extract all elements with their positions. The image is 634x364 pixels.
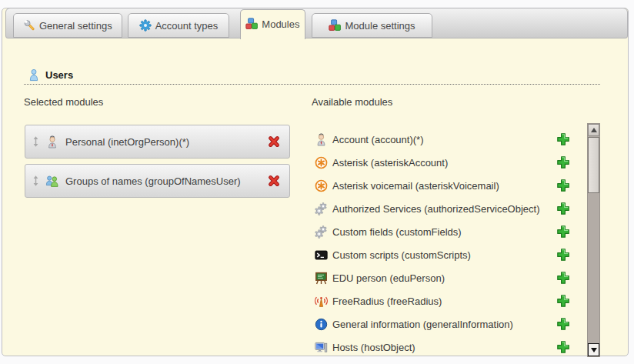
group-icon xyxy=(45,175,59,188)
module-label: FreeRadius (freeRadius) xyxy=(332,296,442,307)
user-icon xyxy=(28,68,40,81)
module-label: Authorized Services (authorizedServiceOb… xyxy=(332,203,540,215)
available-modules-list: Account (account)(*) Asterisk (asteriskA… xyxy=(312,128,570,359)
available-module-row: Asterisk voicemail (asteriskVoicemail) xyxy=(312,174,570,197)
add-module-button[interactable] xyxy=(556,132,570,146)
add-module-button[interactable] xyxy=(556,179,570,192)
module-label: Account (account)(*) xyxy=(332,134,424,145)
available-module-row: EDU person (eduPerson) xyxy=(312,266,570,289)
gears-gray-icon xyxy=(315,202,328,215)
available-module-row: Account (account)(*) xyxy=(312,128,570,151)
tab-general-settings[interactable]: General settings xyxy=(13,13,122,38)
wrench-icon xyxy=(23,19,35,32)
info-icon xyxy=(315,318,328,331)
scroll-thumb[interactable] xyxy=(588,137,599,193)
available-module-row: Asterisk (asteriskAccount) xyxy=(312,151,570,174)
profile-editor-panel: General settings Account types Modules M… xyxy=(2,8,629,356)
tab-account-types[interactable]: Account types xyxy=(128,13,230,38)
add-module-button[interactable] xyxy=(556,294,570,308)
cubes-icon xyxy=(329,19,341,32)
selected-module-row[interactable]: Groups of names (groupOfNamesUser) xyxy=(25,164,290,198)
add-module-button[interactable] xyxy=(556,340,570,354)
module-label: General information (generalInformation) xyxy=(332,319,513,330)
gear-blue-icon xyxy=(139,19,152,32)
remove-module-button[interactable] xyxy=(268,175,280,187)
available-module-row: FreeRadius (freeRadius) xyxy=(312,289,570,312)
selected-module-row[interactable]: Personal (inetOrgPerson)(*) xyxy=(25,125,290,159)
available-module-row: Authorized Services (authorizedServiceOb… xyxy=(312,197,570,220)
available-modules-label: Available modules xyxy=(312,96,392,108)
person-icon xyxy=(315,133,328,146)
available-module-row: Custom scripts (customScripts) xyxy=(312,243,570,266)
module-label: Groups of names (groupOfNamesUser) xyxy=(65,175,241,187)
module-label: Custom scripts (customScripts) xyxy=(332,249,471,261)
remove-module-button[interactable] xyxy=(268,135,280,148)
asterisk-icon xyxy=(315,179,328,192)
tab-label: Account types xyxy=(155,20,219,32)
tab-label: Module settings xyxy=(345,20,415,32)
add-module-button[interactable] xyxy=(556,317,570,331)
tab-bar: General settings Account types Modules M… xyxy=(5,8,628,38)
available-module-row: General information (generalInformation) xyxy=(312,312,570,336)
module-label: Asterisk (asteriskAccount) xyxy=(332,157,448,169)
tab-module-settings[interactable]: Module settings xyxy=(312,13,432,38)
add-module-button[interactable] xyxy=(556,248,570,262)
tab-label: Modules xyxy=(262,18,299,30)
cubes-icon xyxy=(245,18,258,30)
scroll-up-button[interactable] xyxy=(588,124,599,136)
terminal-icon xyxy=(315,249,328,262)
available-module-row: Hosts (hostObject) xyxy=(312,336,570,359)
drag-handle-icon[interactable] xyxy=(32,175,39,187)
add-module-button[interactable] xyxy=(556,202,570,215)
scrollbar[interactable] xyxy=(587,123,600,357)
selected-modules-label: Selected modules xyxy=(24,96,103,108)
add-module-button[interactable] xyxy=(556,225,570,239)
module-label: Personal (inetOrgPerson)(*) xyxy=(65,136,189,148)
gears-gray-icon xyxy=(315,225,328,239)
available-module-row: Custom fields (customFields) xyxy=(312,220,570,243)
arrow-down-icon xyxy=(591,348,597,352)
module-label: EDU person (eduPerson) xyxy=(332,272,445,284)
section-title: Users xyxy=(45,69,73,81)
tab-label: General settings xyxy=(39,20,112,32)
module-label: Hosts (hostObject) xyxy=(332,342,415,353)
antenna-icon xyxy=(315,295,328,308)
drag-handle-icon[interactable] xyxy=(32,135,39,148)
person-icon xyxy=(45,135,59,149)
tab-modules[interactable]: Modules xyxy=(240,9,305,39)
board-icon xyxy=(315,272,328,285)
module-label: Custom fields (customFields) xyxy=(332,226,462,238)
selected-modules-list: Personal (inetOrgPerson)(*) Groups of na… xyxy=(25,125,290,203)
scroll-down-button[interactable] xyxy=(588,343,599,356)
users-section-header: Users xyxy=(24,68,600,85)
asterisk-icon xyxy=(315,156,328,169)
host-icon xyxy=(315,341,328,354)
arrow-up-icon xyxy=(591,128,597,132)
module-label: Asterisk voicemail (asteriskVoicemail) xyxy=(332,180,499,192)
add-module-button[interactable] xyxy=(556,155,570,169)
add-module-button[interactable] xyxy=(556,271,570,285)
